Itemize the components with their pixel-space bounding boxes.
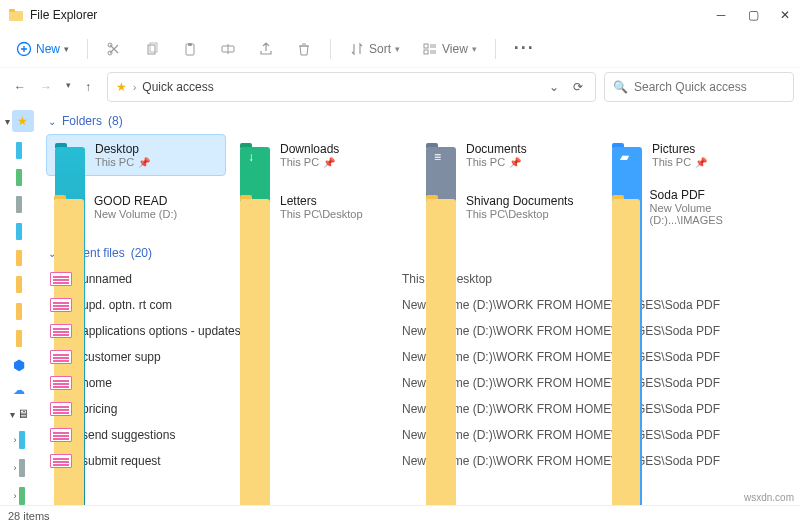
nav-row: ← → ▾ ↑ ★ › Quick access ⌄ ⟳ 🔍 bbox=[0, 68, 800, 106]
search-input[interactable] bbox=[634, 80, 785, 94]
sidebar-item[interactable] bbox=[19, 487, 25, 505]
close-button[interactable]: ✕ bbox=[778, 8, 792, 22]
sidebar-item[interactable] bbox=[16, 303, 22, 320]
sidebar-item[interactable] bbox=[16, 196, 22, 213]
recent-file-row[interactable]: pricing New Volume (D:)\WORK FROM HOME\I… bbox=[46, 396, 784, 422]
sidebar-thispc[interactable]: 🖥 bbox=[17, 407, 29, 421]
sort-button[interactable]: Sort▾ bbox=[343, 37, 406, 61]
folder-name: Pictures bbox=[652, 142, 707, 156]
command-bar: New ▾ Sort▾ View▾ ··· bbox=[0, 30, 800, 68]
minimize-button[interactable]: ─ bbox=[714, 8, 728, 22]
folder-name: Shivang Documents bbox=[466, 194, 573, 208]
folder-name: GOOD READ bbox=[94, 194, 177, 208]
sidebar-item[interactable] bbox=[19, 431, 25, 449]
sidebar-dropbox[interactable]: ⬢ bbox=[13, 357, 25, 373]
folder-tile[interactable]: ↓ Downloads This PC📌 bbox=[232, 134, 412, 176]
folders-section-header[interactable]: ⌄ Folders (8) bbox=[38, 110, 790, 134]
recent-file-row[interactable]: upd. optn. rt com New Volume (D:)\WORK F… bbox=[46, 292, 784, 318]
cut-button[interactable] bbox=[100, 37, 128, 61]
refresh-button[interactable]: ⟳ bbox=[569, 80, 587, 94]
pin-icon: 📌 bbox=[509, 157, 521, 168]
search-box[interactable]: 🔍 bbox=[604, 72, 794, 102]
folder-app-icon bbox=[8, 7, 24, 23]
folder-tile[interactable]: ▰ Pictures This PC📌 bbox=[604, 134, 784, 176]
folder-tile[interactable]: ≡ Documents This PC📌 bbox=[418, 134, 598, 176]
rename-button[interactable] bbox=[214, 37, 242, 61]
pin-icon: 📌 bbox=[138, 157, 150, 168]
sidebar-item[interactable] bbox=[16, 169, 22, 186]
sidebar-quick-access[interactable]: ★ bbox=[12, 110, 34, 132]
pin-icon: 📌 bbox=[323, 157, 335, 168]
chevron-right-icon: › bbox=[133, 82, 136, 93]
sidebar-item[interactable] bbox=[16, 250, 22, 267]
folder-icon: ≡ bbox=[424, 141, 458, 169]
sidebar-item[interactable] bbox=[16, 142, 22, 159]
svg-rect-1 bbox=[9, 9, 15, 12]
forward-button[interactable]: → bbox=[40, 80, 52, 94]
sidebar-onedrive[interactable]: ☁ bbox=[13, 383, 25, 397]
svg-rect-8 bbox=[188, 43, 192, 46]
folder-location: This PC📌 bbox=[280, 156, 339, 168]
folder-location: This PC📌 bbox=[95, 156, 150, 168]
folder-location: This PC\Desktop bbox=[280, 208, 363, 220]
copy-button[interactable] bbox=[138, 37, 166, 61]
svg-rect-10 bbox=[424, 44, 428, 48]
star-icon: ★ bbox=[116, 80, 127, 94]
file-icon bbox=[50, 324, 72, 338]
search-icon: 🔍 bbox=[613, 80, 628, 94]
recent-file-row[interactable]: unnamed This PC\Desktop bbox=[46, 266, 784, 292]
share-button[interactable] bbox=[252, 37, 280, 61]
breadcrumb[interactable]: Quick access bbox=[142, 80, 213, 94]
svg-rect-0 bbox=[9, 11, 23, 21]
trash-icon bbox=[296, 41, 312, 57]
folder-icon bbox=[238, 193, 272, 221]
address-bar[interactable]: ★ › Quick access ⌄ ⟳ bbox=[107, 72, 596, 102]
folder-tile[interactable]: Desktop This PC📌 bbox=[46, 134, 226, 176]
chevron-down-icon: ⌄ bbox=[48, 116, 56, 127]
delete-button[interactable] bbox=[290, 37, 318, 61]
folder-location: This PC\Desktop bbox=[466, 208, 573, 220]
sidebar-item[interactable] bbox=[16, 330, 22, 347]
paste-button[interactable] bbox=[176, 37, 204, 61]
chevron-down-icon: ▾ bbox=[64, 44, 69, 54]
status-item-count: 28 items bbox=[8, 510, 50, 522]
chevron-down-icon[interactable]: ▾ bbox=[5, 116, 10, 127]
pin-icon: 📌 bbox=[695, 157, 707, 168]
rename-icon bbox=[220, 41, 236, 57]
recent-file-row[interactable]: applications options - updates New Volum… bbox=[46, 318, 784, 344]
file-icon bbox=[50, 428, 72, 442]
folder-name: Soda PDF bbox=[650, 188, 778, 202]
view-icon bbox=[422, 41, 438, 57]
more-button[interactable]: ··· bbox=[508, 34, 541, 63]
recent-section-header[interactable]: ⌄ Recent files (20) bbox=[38, 242, 790, 266]
watermark: wsxdn.com bbox=[744, 492, 794, 503]
title-bar: File Explorer ─ ▢ ✕ bbox=[0, 0, 800, 30]
recent-file-row[interactable]: customer supp New Volume (D:)\WORK FROM … bbox=[46, 344, 784, 370]
maximize-button[interactable]: ▢ bbox=[746, 8, 760, 22]
address-dropdown[interactable]: ⌄ bbox=[545, 80, 563, 94]
recent-file-row[interactable]: submit request New Volume (D:)\WORK FROM… bbox=[46, 448, 784, 474]
content-pane: ⌄ Folders (8) Desktop This PC📌↓ Download… bbox=[38, 106, 800, 505]
svg-rect-6 bbox=[150, 43, 157, 52]
recent-dropdown[interactable]: ▾ bbox=[66, 80, 71, 94]
file-icon bbox=[50, 454, 72, 468]
folder-name: Desktop bbox=[95, 142, 150, 156]
sidebar-item[interactable] bbox=[16, 223, 22, 240]
view-button[interactable]: View▾ bbox=[416, 37, 483, 61]
folder-location: This PC📌 bbox=[652, 156, 707, 168]
sort-icon bbox=[349, 41, 365, 57]
back-button[interactable]: ← bbox=[14, 80, 26, 94]
new-button[interactable]: New ▾ bbox=[10, 37, 75, 61]
sidebar-item[interactable] bbox=[19, 459, 25, 477]
folder-name: Documents bbox=[466, 142, 527, 156]
file-icon bbox=[50, 298, 72, 312]
recent-file-row[interactable]: home New Volume (D:)\WORK FROM HOME\IMAG… bbox=[46, 370, 784, 396]
recent-file-row[interactable]: send suggestions New Volume (D:)\WORK FR… bbox=[46, 422, 784, 448]
nav-pane: ▾★ ⬢ ☁ ▾🖥 › › › bbox=[0, 106, 38, 505]
status-bar: 28 items bbox=[0, 505, 800, 525]
folder-location: This PC📌 bbox=[466, 156, 527, 168]
file-icon bbox=[50, 272, 72, 286]
sidebar-item[interactable] bbox=[16, 276, 22, 293]
folder-icon: ▰ bbox=[610, 141, 644, 169]
up-button[interactable]: ↑ bbox=[85, 80, 91, 94]
